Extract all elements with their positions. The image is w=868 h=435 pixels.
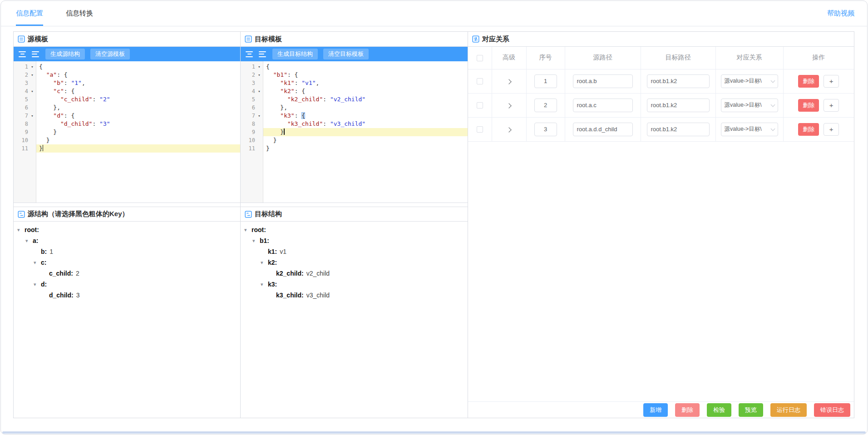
- expand-row-icon[interactable]: [506, 79, 511, 84]
- tree-node-k1[interactable]: k1:v1: [241, 246, 468, 257]
- caret-down-icon[interactable]: ▾: [25, 238, 33, 244]
- generate-target-structure-button[interactable]: 生成目标结构: [272, 49, 318, 59]
- tree-node-d_child[interactable]: d_child:3: [14, 290, 240, 301]
- relation-select[interactable]: 源value->目标\: [721, 74, 778, 88]
- format-json-icon[interactable]: [18, 51, 26, 57]
- delete-button[interactable]: 删除: [675, 403, 700, 417]
- tree-key[interactable]: root:: [252, 226, 266, 233]
- source-editor[interactable]: 1▾{2▾ "a": {3 "b": "1",4▾ "c": {5 "c_chi…: [14, 61, 240, 203]
- row-add-button[interactable]: +: [824, 75, 839, 88]
- row-checkbox[interactable]: [477, 102, 483, 109]
- tree-node-b1[interactable]: ▾b1:: [241, 235, 468, 246]
- tree-node-root[interactable]: ▾root:: [14, 224, 240, 235]
- fold-arrow-icon[interactable]: ▾: [28, 87, 36, 95]
- generate-source-structure-button[interactable]: 生成源结构: [45, 49, 85, 59]
- tree-node-k2[interactable]: ▾k2:: [241, 257, 468, 268]
- tree-key[interactable]: b1:: [260, 237, 269, 244]
- format-json-icon[interactable]: [245, 51, 253, 57]
- tree-key[interactable]: k3_child:: [276, 292, 304, 299]
- editor-line-6[interactable]: 6 },: [14, 104, 240, 112]
- row-add-button[interactable]: +: [824, 99, 839, 112]
- fold-arrow-icon[interactable]: ▾: [255, 71, 263, 79]
- row-checkbox[interactable]: [477, 78, 483, 84]
- tree-node-d[interactable]: ▾d:: [14, 279, 240, 290]
- tree-node-c_child[interactable]: c_child:2: [14, 268, 240, 279]
- tab-info-config[interactable]: 信息配置: [16, 1, 43, 26]
- tree-node-a[interactable]: ▾a:: [14, 235, 240, 246]
- row-checkbox[interactable]: [477, 126, 483, 133]
- row-delete-button[interactable]: 删除: [798, 75, 819, 88]
- row-index-input[interactable]: [534, 74, 557, 88]
- tree-key[interactable]: root:: [25, 226, 39, 233]
- caret-down-icon[interactable]: ▾: [34, 282, 41, 287]
- fold-arrow-icon[interactable]: ▾: [28, 63, 36, 71]
- tree-node-b[interactable]: b:1: [14, 246, 240, 257]
- row-delete-button[interactable]: 删除: [798, 123, 819, 136]
- relation-select[interactable]: 源value->目标\: [721, 123, 778, 136]
- editor-line-6[interactable]: 6 },: [241, 104, 468, 112]
- editor-line-8[interactable]: 8 "k3_child": "v3_child": [241, 120, 468, 128]
- fold-arrow-icon[interactable]: ▾: [28, 112, 36, 120]
- caret-down-icon[interactable]: ▾: [244, 227, 252, 233]
- row-index-input[interactable]: [534, 99, 557, 112]
- tree-node-k2_child[interactable]: k2_child:v2_child: [241, 268, 468, 279]
- editor-line-9[interactable]: 9 }: [14, 128, 240, 136]
- error-log-button[interactable]: 错误日志: [814, 403, 850, 417]
- editor-line-2[interactable]: 2▾ "a": {: [14, 71, 240, 79]
- clear-target-template-button[interactable]: 清空目标模板: [323, 49, 369, 59]
- clear-source-template-button[interactable]: 清空源模板: [90, 49, 130, 59]
- editor-line-7[interactable]: 7▾ "d": {: [14, 112, 240, 120]
- editor-line-11[interactable]: 11}: [241, 144, 468, 153]
- editor-line-11[interactable]: 11}: [14, 144, 240, 153]
- source-path-input[interactable]: [573, 99, 633, 112]
- source-path-input[interactable]: [573, 74, 633, 88]
- caret-down-icon[interactable]: ▾: [261, 260, 268, 266]
- editor-line-4[interactable]: 4▾ "c": {: [14, 87, 240, 95]
- tree-key[interactable]: k2_child:: [276, 270, 304, 277]
- help-video-link[interactable]: 帮助视频: [827, 9, 854, 18]
- fold-arrow-icon[interactable]: ▾: [28, 71, 36, 79]
- editor-line-1[interactable]: 1▾{: [14, 63, 240, 71]
- horizontal-scrollbar[interactable]: [2, 431, 866, 434]
- editor-line-3[interactable]: 3 "k1": "v1",: [241, 79, 468, 87]
- compress-json-icon[interactable]: [259, 51, 267, 57]
- caret-down-icon[interactable]: ▾: [252, 238, 260, 244]
- source-path-input[interactable]: [573, 123, 633, 136]
- editor-line-10[interactable]: 10 }: [241, 136, 468, 144]
- compress-json-icon[interactable]: [32, 51, 40, 57]
- expand-row-icon[interactable]: [506, 103, 511, 108]
- row-index-input[interactable]: [534, 123, 557, 136]
- run-log-button[interactable]: 运行日志: [770, 403, 807, 417]
- tree-key[interactable]: a:: [33, 237, 38, 244]
- expand-row-icon[interactable]: [506, 127, 511, 132]
- caret-down-icon[interactable]: ▾: [34, 260, 41, 266]
- tree-node-k3[interactable]: ▾k3:: [241, 279, 468, 290]
- editor-line-9[interactable]: 9 }: [241, 128, 468, 136]
- tree-key[interactable]: k3:: [268, 281, 277, 288]
- editor-line-2[interactable]: 2▾ "b1": {: [241, 71, 468, 79]
- editor-line-8[interactable]: 8 "d_child": "3": [14, 120, 240, 128]
- editor-line-5[interactable]: 5 "k2_child": "v2_child": [241, 95, 468, 104]
- tree-node-c[interactable]: ▾c:: [14, 257, 240, 268]
- caret-down-icon[interactable]: ▾: [17, 227, 25, 233]
- fold-arrow-icon[interactable]: ▾: [255, 87, 263, 95]
- target-path-input[interactable]: [647, 74, 710, 88]
- tree-key[interactable]: k1:: [268, 248, 277, 255]
- editor-line-4[interactable]: 4▾ "k2": {: [241, 87, 468, 95]
- fold-arrow-icon[interactable]: ▾: [255, 63, 263, 71]
- target-path-input[interactable]: [647, 123, 710, 136]
- tree-node-root[interactable]: ▾root:: [241, 224, 468, 235]
- tree-key[interactable]: d_child:: [49, 292, 74, 299]
- check-button[interactable]: 检验: [707, 403, 731, 417]
- editor-line-1[interactable]: 1▾{: [241, 63, 468, 71]
- editor-line-7[interactable]: 7▾ "k3": {: [241, 112, 468, 120]
- tree-node-k3_child[interactable]: k3_child:v3_child: [241, 290, 468, 301]
- fold-arrow-icon[interactable]: ▾: [255, 112, 263, 120]
- tree-key[interactable]: d:: [41, 281, 47, 288]
- add-button[interactable]: 新增: [643, 403, 668, 417]
- select-all-checkbox[interactable]: [477, 55, 483, 61]
- target-path-input[interactable]: [647, 99, 710, 112]
- tree-key[interactable]: c_child:: [49, 270, 73, 277]
- tree-key[interactable]: b:: [41, 248, 47, 255]
- tree-key[interactable]: c:: [41, 259, 46, 266]
